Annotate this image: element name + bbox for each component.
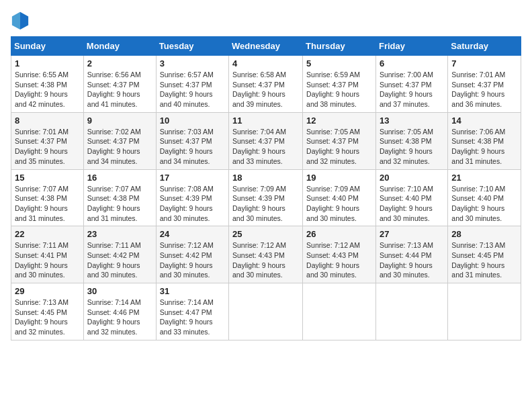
day-number: 9 xyxy=(87,116,152,126)
day-number: 3 xyxy=(160,58,225,68)
day-cell: 23 Sunrise: 7:11 AM Sunset: 4:42 PM Dayl… xyxy=(83,226,156,283)
day-info: Sunrise: 6:55 AM Sunset: 4:38 PM Dayligh… xyxy=(15,70,80,109)
day-info: Sunrise: 7:10 AM Sunset: 4:40 PM Dayligh… xyxy=(380,184,444,224)
day-cell: 9 Sunrise: 7:02 AM Sunset: 4:37 PM Dayli… xyxy=(83,112,156,169)
day-info: Sunrise: 7:14 AM Sunset: 4:46 PM Dayligh… xyxy=(87,298,152,337)
day-cell: 2 Sunrise: 6:56 AM Sunset: 4:37 PM Dayli… xyxy=(83,56,156,113)
day-info: Sunrise: 7:01 AM Sunset: 4:37 PM Dayligh… xyxy=(451,70,517,109)
day-info: Sunrise: 6:56 AM Sunset: 4:37 PM Dayligh… xyxy=(87,70,152,109)
weekday-header: Tuesday xyxy=(156,37,228,56)
day-info: Sunrise: 7:03 AM Sunset: 4:37 PM Dayligh… xyxy=(160,127,225,167)
day-info: Sunrise: 7:13 AM Sunset: 4:44 PM Dayligh… xyxy=(380,240,444,280)
day-info: Sunrise: 6:58 AM Sunset: 4:37 PM Dayligh… xyxy=(232,70,299,109)
day-number: 7 xyxy=(451,58,517,68)
day-cell: 25 Sunrise: 7:12 AM Sunset: 4:43 PM Dayl… xyxy=(229,226,303,283)
day-number: 16 xyxy=(87,173,152,183)
day-cell: 6 Sunrise: 7:00 AM Sunset: 4:37 PM Dayli… xyxy=(375,56,447,113)
day-number: 24 xyxy=(160,229,225,239)
day-info: Sunrise: 7:07 AM Sunset: 4:38 PM Dayligh… xyxy=(15,184,80,224)
day-cell: 26 Sunrise: 7:12 AM Sunset: 4:43 PM Dayl… xyxy=(303,226,376,283)
day-cell: 8 Sunrise: 7:01 AM Sunset: 4:37 PM Dayli… xyxy=(11,112,84,169)
day-number: 27 xyxy=(380,229,444,239)
day-cell: 14 Sunrise: 7:06 AM Sunset: 4:38 PM Dayl… xyxy=(448,112,521,169)
day-cell: 27 Sunrise: 7:13 AM Sunset: 4:44 PM Dayl… xyxy=(375,226,447,283)
day-number: 5 xyxy=(306,58,372,68)
day-number: 2 xyxy=(87,58,152,68)
day-number: 23 xyxy=(87,229,152,239)
day-cell: 28 Sunrise: 7:13 AM Sunset: 4:45 PM Dayl… xyxy=(448,226,521,283)
logo xyxy=(11,11,32,30)
day-cell: 10 Sunrise: 7:03 AM Sunset: 4:37 PM Dayl… xyxy=(156,112,228,169)
day-cell: 18 Sunrise: 7:09 AM Sunset: 4:39 PM Dayl… xyxy=(229,169,303,226)
day-info: Sunrise: 7:05 AM Sunset: 4:37 PM Dayligh… xyxy=(306,127,372,167)
weekday-header: Thursday xyxy=(303,37,376,56)
day-number: 25 xyxy=(232,229,299,239)
day-number: 21 xyxy=(451,173,517,183)
empty-day-cell xyxy=(303,283,376,340)
empty-day-cell xyxy=(375,283,447,340)
day-number: 18 xyxy=(232,173,299,183)
day-number: 14 xyxy=(451,116,517,126)
day-info: Sunrise: 7:07 AM Sunset: 4:38 PM Dayligh… xyxy=(87,184,152,224)
day-cell: 21 Sunrise: 7:10 AM Sunset: 4:40 PM Dayl… xyxy=(448,169,521,226)
day-cell: 5 Sunrise: 6:59 AM Sunset: 4:37 PM Dayli… xyxy=(303,56,376,113)
day-info: Sunrise: 7:08 AM Sunset: 4:39 PM Dayligh… xyxy=(160,184,225,224)
day-cell: 11 Sunrise: 7:04 AM Sunset: 4:37 PM Dayl… xyxy=(229,112,303,169)
day-number: 20 xyxy=(380,173,444,183)
calendar-table: SundayMondayTuesdayWednesdayThursdayFrid… xyxy=(11,36,521,340)
svg-marker-2 xyxy=(12,12,20,30)
weekday-header: Friday xyxy=(375,37,447,56)
day-info: Sunrise: 7:13 AM Sunset: 4:45 PM Dayligh… xyxy=(451,240,517,280)
day-info: Sunrise: 7:02 AM Sunset: 4:37 PM Dayligh… xyxy=(87,127,152,167)
day-info: Sunrise: 7:01 AM Sunset: 4:37 PM Dayligh… xyxy=(15,127,80,167)
calendar-week-row: 15 Sunrise: 7:07 AM Sunset: 4:38 PM Dayl… xyxy=(11,169,521,226)
day-cell: 17 Sunrise: 7:08 AM Sunset: 4:39 PM Dayl… xyxy=(156,169,228,226)
calendar-week-row: 29 Sunrise: 7:13 AM Sunset: 4:45 PM Dayl… xyxy=(11,283,521,340)
day-cell: 12 Sunrise: 7:05 AM Sunset: 4:37 PM Dayl… xyxy=(303,112,376,169)
day-info: Sunrise: 7:06 AM Sunset: 4:38 PM Dayligh… xyxy=(451,127,517,167)
day-cell: 24 Sunrise: 7:12 AM Sunset: 4:42 PM Dayl… xyxy=(156,226,228,283)
day-info: Sunrise: 6:57 AM Sunset: 4:37 PM Dayligh… xyxy=(160,70,225,109)
logo-icon xyxy=(11,11,30,30)
day-number: 11 xyxy=(232,116,299,126)
weekday-header-row: SundayMondayTuesdayWednesdayThursdayFrid… xyxy=(11,37,521,56)
day-info: Sunrise: 7:14 AM Sunset: 4:47 PM Dayligh… xyxy=(160,298,225,337)
day-number: 19 xyxy=(306,173,372,183)
day-number: 10 xyxy=(160,116,225,126)
day-number: 31 xyxy=(160,286,225,296)
weekday-header: Monday xyxy=(83,37,156,56)
calendar-week-row: 8 Sunrise: 7:01 AM Sunset: 4:37 PM Dayli… xyxy=(11,112,521,169)
day-info: Sunrise: 7:09 AM Sunset: 4:40 PM Dayligh… xyxy=(306,184,372,224)
day-info: Sunrise: 7:12 AM Sunset: 4:43 PM Dayligh… xyxy=(232,240,299,280)
day-number: 26 xyxy=(306,229,372,239)
day-number: 12 xyxy=(306,116,372,126)
weekday-header: Saturday xyxy=(448,37,521,56)
day-cell: 22 Sunrise: 7:11 AM Sunset: 4:41 PM Dayl… xyxy=(11,226,84,283)
day-cell: 1 Sunrise: 6:55 AM Sunset: 4:38 PM Dayli… xyxy=(11,56,84,113)
day-info: Sunrise: 7:12 AM Sunset: 4:42 PM Dayligh… xyxy=(160,240,225,280)
day-cell: 15 Sunrise: 7:07 AM Sunset: 4:38 PM Dayl… xyxy=(11,169,84,226)
page-header xyxy=(11,11,521,30)
day-number: 4 xyxy=(232,58,299,68)
empty-day-cell xyxy=(448,283,521,340)
calendar-week-row: 1 Sunrise: 6:55 AM Sunset: 4:38 PM Dayli… xyxy=(11,56,521,113)
day-info: Sunrise: 7:09 AM Sunset: 4:39 PM Dayligh… xyxy=(232,184,299,224)
day-number: 29 xyxy=(15,286,80,296)
day-info: Sunrise: 7:11 AM Sunset: 4:42 PM Dayligh… xyxy=(87,240,152,280)
svg-marker-1 xyxy=(20,12,28,30)
day-number: 13 xyxy=(380,116,444,126)
calendar-week-row: 22 Sunrise: 7:11 AM Sunset: 4:41 PM Dayl… xyxy=(11,226,521,283)
empty-day-cell xyxy=(229,283,303,340)
day-cell: 13 Sunrise: 7:05 AM Sunset: 4:38 PM Dayl… xyxy=(375,112,447,169)
day-cell: 31 Sunrise: 7:14 AM Sunset: 4:47 PM Dayl… xyxy=(156,283,228,340)
day-info: Sunrise: 7:11 AM Sunset: 4:41 PM Dayligh… xyxy=(15,240,80,280)
day-cell: 4 Sunrise: 6:58 AM Sunset: 4:37 PM Dayli… xyxy=(229,56,303,113)
day-cell: 19 Sunrise: 7:09 AM Sunset: 4:40 PM Dayl… xyxy=(303,169,376,226)
weekday-header: Sunday xyxy=(11,37,84,56)
day-cell: 7 Sunrise: 7:01 AM Sunset: 4:37 PM Dayli… xyxy=(448,56,521,113)
day-number: 28 xyxy=(451,229,517,239)
day-cell: 20 Sunrise: 7:10 AM Sunset: 4:40 PM Dayl… xyxy=(375,169,447,226)
day-info: Sunrise: 7:12 AM Sunset: 4:43 PM Dayligh… xyxy=(306,240,372,280)
day-cell: 16 Sunrise: 7:07 AM Sunset: 4:38 PM Dayl… xyxy=(83,169,156,226)
day-number: 17 xyxy=(160,173,225,183)
